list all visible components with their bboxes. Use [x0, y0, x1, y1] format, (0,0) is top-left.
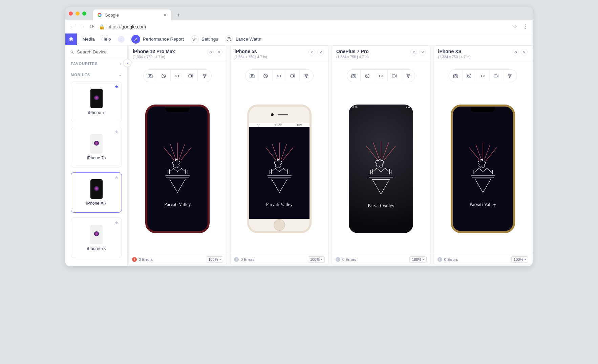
device-frame: •••••9:41 AM100% Parvati Valley — [247, 105, 312, 233]
alert-badge-icon[interactable]: ! — [118, 36, 125, 43]
record-button[interactable] — [388, 70, 401, 82]
address-bar[interactable]: 🔒 https://google.com — [99, 24, 508, 29]
zoom-select[interactable]: 100% — [409, 256, 426, 263]
favourite-star-icon[interactable]: ★ — [114, 220, 119, 225]
favourite-star-icon[interactable]: ★ — [114, 84, 119, 89]
camera-icon — [453, 73, 458, 79]
svg-point-59 — [455, 75, 456, 77]
svg-point-43 — [353, 75, 355, 77]
wifi-icon — [202, 73, 208, 79]
devtools-button[interactable] — [171, 70, 184, 82]
browser-tab[interactable]: Google ✕ — [93, 9, 171, 20]
nav-help[interactable]: Help — [102, 37, 111, 42]
clear-cache-button[interactable] — [157, 70, 171, 82]
pane-close-button[interactable]: ✕ — [216, 49, 222, 55]
nav-user[interactable]: Lance Watts — [225, 35, 261, 43]
bookmark-icon[interactable]: ☆ — [513, 24, 517, 30]
device-pane: iPhone 5s (1,334 x 750 | 4.7 in) ⟲ ✕ •••… — [230, 45, 329, 265]
pane-refresh-button[interactable]: ⟲ — [207, 49, 214, 55]
zoom-select[interactable]: 100% — [308, 256, 325, 263]
pane-close-button[interactable]: ✕ — [317, 49, 324, 55]
reload-icon[interactable]: ⟳ — [90, 23, 94, 30]
favourite-star-icon[interactable]: ★ — [114, 129, 119, 135]
device-label: iPhone 7s — [87, 246, 106, 251]
sidebar-section-mobiles[interactable]: MOBILES⌄ — [65, 69, 127, 80]
device-card[interactable]: ★ iPhone 7s — [71, 127, 122, 167]
pane-meta: (1,334 x 750 | 4.7 in) — [235, 55, 267, 59]
close-tab-icon[interactable]: ✕ — [163, 13, 167, 18]
new-tab-button[interactable]: ＋ — [174, 10, 183, 20]
favourite-star-icon[interactable]: ★ — [114, 175, 119, 180]
pane-refresh-button[interactable]: ⟲ — [410, 49, 417, 55]
tab-title: Google — [105, 13, 119, 18]
record-button[interactable] — [490, 70, 503, 82]
gear-icon — [191, 35, 199, 43]
pane-refresh-button[interactable]: ⟲ — [308, 49, 315, 55]
zoom-select[interactable]: 100% — [511, 256, 528, 263]
device-frame: Parvati Valley — [145, 105, 210, 233]
svg-point-3 — [228, 39, 229, 39]
record-button[interactable] — [286, 70, 300, 82]
pane-close-button[interactable]: ✕ — [419, 49, 426, 55]
back-icon[interactable]: ← — [69, 24, 75, 30]
search-device-input[interactable] — [77, 49, 123, 54]
network-button[interactable] — [503, 70, 517, 82]
screen-artwork-text: Parvati Valley — [469, 202, 496, 207]
screenshot-button[interactable] — [347, 70, 361, 82]
svg-line-49 — [383, 143, 389, 159]
nav-media[interactable]: Media — [82, 37, 95, 42]
chevron-right-icon: › — [120, 62, 122, 66]
svg-line-50 — [366, 146, 378, 160]
errors-indicator[interactable]: ! 0 Errors — [336, 257, 356, 262]
device-card[interactable]: ★ iPhone 7s — [71, 218, 122, 258]
search-icon — [70, 50, 74, 54]
sidebar-collapse-button[interactable]: › — [123, 59, 131, 67]
svg-point-62 — [510, 77, 510, 77]
nav-settings[interactable]: Settings — [191, 35, 218, 43]
screenshot-button[interactable] — [245, 70, 259, 82]
pane-title: OnePlus 7 Pro — [336, 49, 369, 54]
device-toolbar — [449, 69, 517, 82]
screenshot-button[interactable] — [144, 70, 157, 82]
zoom-select[interactable]: 100% — [206, 256, 223, 263]
devtools-button[interactable] — [273, 70, 286, 82]
errors-indicator[interactable]: ! 0 Errors — [234, 257, 255, 262]
minimize-window-button[interactable] — [76, 12, 80, 16]
errors-indicator[interactable]: ! 2 Errors — [132, 257, 153, 262]
clear-cache-button[interactable] — [361, 70, 374, 82]
nav-performance-report[interactable]: Performance Report — [131, 35, 184, 44]
network-button[interactable] — [300, 70, 313, 82]
devtools-button[interactable] — [374, 70, 388, 82]
device-card[interactable]: ★ iPhone 7 — [71, 82, 122, 122]
pane-refresh-button[interactable]: ⟲ — [512, 49, 519, 55]
record-button[interactable] — [184, 70, 198, 82]
camera-icon — [147, 73, 153, 79]
pane-close-button[interactable]: ✕ — [521, 49, 528, 55]
svg-point-2 — [227, 37, 231, 41]
forward-icon[interactable]: → — [80, 24, 85, 30]
screen-artwork-text: Parvati Valley — [164, 202, 191, 207]
screenshot-button[interactable] — [449, 70, 463, 82]
network-button[interactable] — [401, 70, 415, 82]
no-sign-icon — [161, 73, 167, 79]
browser-menu-icon[interactable]: ⋮ — [522, 23, 529, 30]
maximize-window-button[interactable] — [82, 12, 86, 16]
close-window-button[interactable] — [69, 12, 73, 16]
sidebar-section-favourites[interactable]: FAVOURITES› — [65, 58, 127, 69]
errors-indicator[interactable]: ! 0 Errors — [437, 257, 458, 262]
devtools-button[interactable] — [476, 70, 490, 82]
clear-cache-button[interactable] — [463, 70, 476, 82]
home-button[interactable] — [65, 33, 77, 45]
clear-cache-button[interactable] — [259, 70, 273, 82]
camera-icon — [351, 73, 357, 79]
network-button[interactable] — [198, 70, 211, 82]
device-label: iPhone XR — [86, 201, 107, 206]
device-toolbar — [347, 69, 415, 82]
svg-rect-13 — [189, 74, 192, 77]
video-icon — [290, 73, 296, 79]
error-status-icon: ! — [336, 257, 340, 262]
device-card[interactable]: ★ iPhone XR — [71, 172, 122, 213]
svg-rect-45 — [392, 74, 395, 77]
device-screen-content: Parvati Valley — [147, 107, 208, 231]
screen-artwork-text: Parvati Valley — [368, 203, 394, 209]
